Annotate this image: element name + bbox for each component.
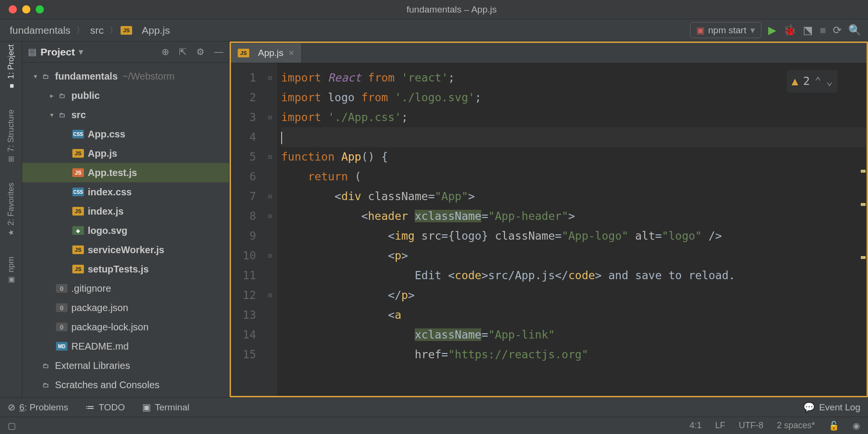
tree-row[interactable]: JSsetupTests.js <box>22 259 229 279</box>
tree-row[interactable]: MDREADME.md <box>22 337 229 356</box>
tree-row[interactable]: ▾🗀src <box>22 105 229 124</box>
readonly-lock-icon[interactable]: 🔓 <box>828 420 839 431</box>
sidebar-header: ▤ Project ▾ ⊕ ⇱ ⚙ — <box>22 41 229 63</box>
json-file-icon: {} <box>56 284 68 293</box>
chevron-down-icon: ▾ <box>750 25 755 36</box>
tree-row[interactable]: 🗀Scratches and Consoles <box>22 375 229 394</box>
tree-row[interactable]: 🗀External Libraries <box>22 356 229 375</box>
js-file-icon: JS <box>121 26 132 35</box>
tree-twistie[interactable]: ▾ <box>31 72 40 80</box>
breadcrumb-item[interactable]: App.js <box>139 24 173 37</box>
tree-row[interactable]: {}.gitignore <box>22 279 229 298</box>
window-title: fundamentals – App.js <box>44 4 859 15</box>
minimize-window-icon[interactable] <box>22 5 30 14</box>
tree-item-hint: ~/Webstorm <box>122 71 175 82</box>
project-tree[interactable]: ▾🗀fundamentals~/Webstorm▸🗀public▾🗀srcCSS… <box>22 63 229 397</box>
breadcrumb-item[interactable]: src <box>87 24 107 37</box>
error-stripe[interactable] <box>859 63 867 396</box>
md-file-icon: MD <box>56 342 68 351</box>
tree-item-label: package-lock.json <box>71 322 149 333</box>
warning-count: 2 <box>803 71 810 91</box>
memory-indicator-icon[interactable]: ◉ <box>853 420 860 431</box>
code-editor[interactable]: 123456789101112131415 ⊟⊟⊟⊟⊟⊟⊟ import Rea… <box>231 63 867 396</box>
chevron-right-icon: 〉 <box>76 25 84 36</box>
indent-settings[interactable]: 2 spaces* <box>777 420 815 431</box>
warning-icon: ▲ <box>792 71 799 91</box>
tree-row[interactable]: JSindex.js <box>22 202 229 221</box>
debug-button[interactable]: 🐞 <box>783 24 796 37</box>
maximize-window-icon[interactable] <box>36 5 44 14</box>
js-file-icon: JS <box>72 207 84 216</box>
search-everywhere-button[interactable]: 🔍 <box>848 24 861 37</box>
js-file-icon: JS <box>72 245 84 254</box>
run-config-label: npm start <box>708 25 746 36</box>
line-separator[interactable]: LF <box>715 420 725 431</box>
tree-row[interactable]: ◈logo.svg <box>22 221 229 240</box>
title-bar: fundamentals – App.js <box>0 0 868 19</box>
code-content[interactable]: import React from 'react';import logo fr… <box>277 63 867 396</box>
tree-row[interactable]: CSSindex.css <box>22 182 229 202</box>
file-encoding[interactable]: UTF-8 <box>739 420 763 431</box>
tree-item-label: serviceWorker.js <box>88 244 164 256</box>
chevron-down-icon[interactable]: ▾ <box>79 46 83 57</box>
breadcrumb-item[interactable]: fundamentals <box>7 24 73 37</box>
js-file-icon: JS <box>72 265 84 273</box>
tree-twistie[interactable]: ▾ <box>47 111 56 119</box>
tree-row[interactable]: JSApp.js <box>22 144 229 163</box>
todo-tool-button[interactable]: ≔ TODO <box>85 402 125 413</box>
tree-item-label: logo.svg <box>88 225 127 236</box>
status-bar-left-icon[interactable]: ▢ <box>8 420 16 431</box>
navigation-bar: fundamentals 〉 src 〉 JS App.js ▣ npm sta… <box>0 19 868 41</box>
chevron-right-icon: 〉 <box>109 25 118 36</box>
tree-item-label: fundamentals <box>55 71 118 82</box>
editor-tab[interactable]: JS App.js ✕ <box>231 43 302 63</box>
fold-gutter[interactable]: ⊟⊟⊟⊟⊟⊟⊟ <box>263 63 277 396</box>
terminal-tool-button[interactable]: ▣ Terminal <box>142 402 190 413</box>
locate-file-icon[interactable]: ⊕ <box>162 46 169 57</box>
tab-label: App.js <box>258 48 284 58</box>
close-window-icon[interactable] <box>9 5 17 14</box>
tree-row[interactable]: CSSApp.css <box>22 124 229 144</box>
tree-item-label: package.json <box>71 302 128 313</box>
tree-row[interactable]: JSApp.test.js <box>22 163 229 182</box>
hide-panel-icon[interactable]: — <box>214 46 223 57</box>
close-tab-icon[interactable]: ✕ <box>288 49 295 57</box>
tree-item-label: Scratches and Consoles <box>55 380 160 391</box>
run-button[interactable]: ▶ <box>768 24 776 37</box>
left-tool-rail: ■1: Project ⊞7: Structure ★2: Favorites … <box>0 41 22 397</box>
tree-row[interactable]: JSserviceWorker.js <box>22 240 229 259</box>
tree-twistie[interactable]: ▸ <box>47 92 56 99</box>
collapse-all-icon[interactable]: ⇱ <box>179 46 187 57</box>
structure-tool-button[interactable]: ⊞7: Structure <box>6 109 16 163</box>
git-update-button[interactable]: ⟳ <box>833 24 841 37</box>
tree-item-label: index.js <box>88 206 123 217</box>
breadcrumb: fundamentals 〉 src 〉 JS App.js <box>7 24 173 37</box>
css-file-icon: CSS <box>72 188 84 196</box>
folder-icon: 🗀 <box>56 110 68 119</box>
favorites-tool-button[interactable]: ★2: Favorites <box>6 183 16 237</box>
tree-item-label: App.test.js <box>88 167 137 178</box>
tree-item-label: public <box>71 90 100 101</box>
tree-row[interactable]: {}package.json <box>22 298 229 317</box>
tree-row[interactable]: ▾🗀fundamentals~/Webstorm <box>22 67 229 86</box>
next-highlight-icon[interactable]: ⌄ <box>826 71 833 91</box>
coverage-button[interactable]: ⬔ <box>803 24 813 37</box>
folder-icon: 🗀 <box>40 72 51 81</box>
event-log-button[interactable]: 💬 Event Log <box>803 402 860 413</box>
tree-row[interactable]: ▸🗀public <box>22 86 229 105</box>
tree-item-label: App.js <box>88 148 117 159</box>
run-configuration-selector[interactable]: ▣ npm start ▾ <box>690 22 761 38</box>
settings-icon[interactable]: ⚙ <box>196 46 204 57</box>
jsx-file-icon: JS <box>72 168 84 177</box>
inspection-widget[interactable]: ▲ 2 ⌃ ⌄ <box>787 70 838 93</box>
tree-row[interactable]: {}package-lock.json <box>22 317 229 337</box>
line-number-gutter[interactable]: 123456789101112131415 <box>231 63 263 396</box>
sidebar-title[interactable]: Project <box>41 46 75 58</box>
stop-button[interactable]: ■ <box>820 24 826 37</box>
caret-position[interactable]: 4:1 <box>690 420 702 431</box>
project-tool-button[interactable]: ■1: Project <box>6 44 16 90</box>
npm-tool-button[interactable]: ▣npm <box>6 257 16 284</box>
problems-tool-button[interactable]: ⊘ 6: Problems <box>8 402 68 413</box>
tree-item-label: index.css <box>88 187 132 198</box>
prev-highlight-icon[interactable]: ⌃ <box>814 71 821 91</box>
